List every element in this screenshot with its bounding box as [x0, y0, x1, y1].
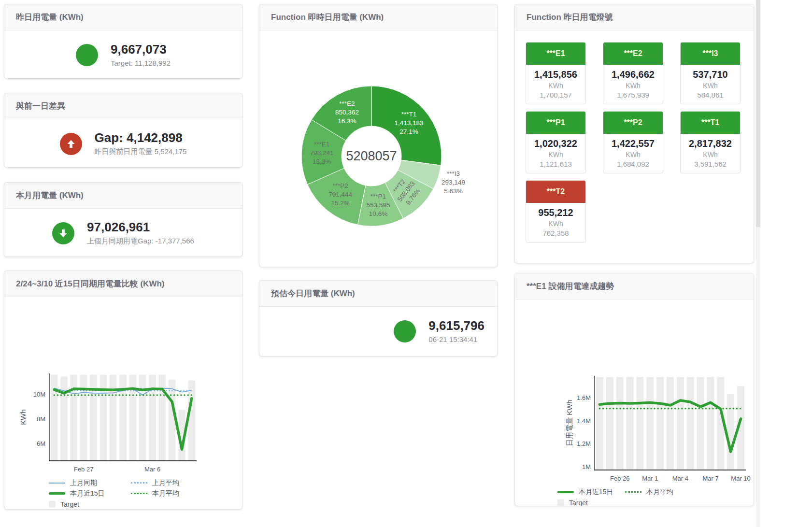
legend-item-prev-month-avg[interactable]: 上月平均 [131, 479, 242, 487]
green-status-circle-icon [394, 320, 416, 342]
light-tile-p2-target: 1,684,092 [603, 160, 663, 168]
light-tile-e2-unit: KWh [603, 82, 663, 89]
light-tile-i3: ***I3537,710KWh584,861 [680, 42, 741, 104]
lights-tile-grid: ***E11,415,856KWh1,700,157***E21,496,662… [515, 30, 754, 254]
month-usage-gap: 上個月同期用電Gap: -17,377,566 [87, 237, 194, 246]
light-tile-t2: ***T2955,212KWh762,358 [526, 180, 586, 242]
legend-item-prev-month-period[interactable]: 上月同期 [49, 479, 131, 487]
light-tile-e2: ***E21,496,662KWh1,675,939 [603, 42, 663, 104]
light-tile-p1-value: 1,020,322 [526, 138, 585, 149]
e1-trend-chart[interactable]: 1M1.2M1.4M1.6MFeb 26Mar 1Mar 4Mar 7Mar 1… [515, 372, 752, 484]
light-tile-t2-target: 762,358 [526, 229, 585, 237]
svg-text:Mar 6: Mar 6 [144, 466, 160, 473]
legend-item-target[interactable]: Target [49, 500, 131, 508]
red-arrow-up-icon [60, 133, 82, 155]
energy-dashboard: 昨日用電量 (KWh) 9,667,073 Target: 11,128,992… [0, 0, 812, 527]
card-yesterday-usage-body: 9,667,073 Target: 11,128,992 [4, 30, 242, 79]
card-yesterday-usage-title: 昨日用電量 (KWh) [4, 4, 242, 30]
svg-text:798,241: 798,241 [310, 149, 334, 157]
card-estimate-today-body: 9,615,796 06-21 15:34:41 [259, 307, 497, 356]
light-tile-t1-target: 3,591,562 [681, 160, 740, 168]
card-compare-chart-title: 2/24~3/10 近15日同期用電量比較 (KWh) [4, 271, 242, 297]
legend-label-this-month-15d: 本月近15日 [579, 488, 613, 497]
card-realtime-donut-title: Function 即時日用電量 (KWh) [259, 4, 497, 30]
card-realtime-donut: Function 即時日用電量 (KWh) ***T11,413,18327.1… [259, 4, 498, 267]
svg-text:27.1%: 27.1% [399, 128, 418, 135]
green-status-circle-icon [76, 44, 98, 66]
scrollbar-track[interactable] [756, 0, 760, 527]
svg-text:5.63%: 5.63% [444, 187, 462, 195]
svg-text:6M: 6M [37, 440, 45, 447]
yesterday-usage-value: 9,667,073 [111, 43, 171, 57]
card-yesterday-usage: 昨日用電量 (KWh) 9,667,073 Target: 11,128,992 [4, 4, 242, 79]
card-month-usage-title: 本月用電量 (KWh) [4, 183, 242, 209]
legend-item-this-month-15d[interactable]: 本月近15日 [557, 488, 625, 497]
light-tile-i3-target: 584,861 [681, 91, 740, 99]
legend-label-target: Target [60, 500, 79, 508]
light-tile-e1-unit: KWh [526, 82, 585, 89]
light-tile-e1: ***E11,415,856KWh1,700,157 [526, 42, 586, 104]
legend-item-this-month-15d[interactable]: 本月近15日 [49, 489, 131, 498]
legend-swatch-prev-month-avg [131, 482, 147, 484]
estimate-today-timestamp: 06-21 15:34:41 [428, 335, 484, 343]
month-usage-value: 97,026,961 [87, 220, 194, 234]
legend-label-prev-month-avg: 上月平均 [152, 479, 179, 487]
legend-swatch-target [557, 499, 564, 506]
estimate-today-value: 9,615,796 [428, 319, 484, 333]
svg-text:10.6%: 10.6% [369, 210, 387, 217]
svg-text:1.2M: 1.2M [577, 440, 591, 447]
legend-swatch-this-month-15d [557, 491, 574, 493]
card-e1-trend-title: ***E1 設備用電達成趨勢 [515, 273, 754, 299]
svg-text:15.3%: 15.3% [313, 158, 331, 165]
svg-text:15.2%: 15.2% [331, 199, 349, 207]
light-tile-t2-name: ***T2 [526, 181, 585, 203]
light-tile-e1-value: 1,415,856 [526, 69, 585, 80]
legend-item-target[interactable]: Target [557, 499, 625, 507]
svg-text:791,444: 791,444 [328, 191, 352, 198]
card-estimate-today: 預估今日用電量 (KWh) 9,615,796 06-21 15:34:41 [259, 280, 498, 356]
scrollbar-thumb[interactable] [756, 0, 760, 227]
card-estimate-today-title: 預估今日用電量 (KWh) [259, 281, 497, 307]
card-month-usage: 本月用電量 (KWh) 97,026,961 上個月同期用電Gap: -17,3… [4, 182, 242, 257]
light-tile-p2: ***P21,422,557KWh1,684,092 [603, 111, 663, 173]
svg-text:553,595: 553,595 [367, 201, 390, 209]
light-tile-i3-value: 537,710 [681, 69, 740, 80]
svg-text:***E2: ***E2 [339, 100, 355, 107]
legend-swatch-prev-month-period [49, 483, 65, 484]
realtime-usage-donut-chart[interactable]: ***T11,413,18327.1%***I3293,1495.63%***T… [259, 30, 498, 266]
legend-item-this-month-avg[interactable]: 本月平均 [625, 488, 754, 497]
light-tile-p1: ***P11,020,322KWh1,121,613 [526, 111, 586, 173]
light-tile-i3-unit: KWh [681, 82, 740, 89]
svg-text:10M: 10M [33, 391, 45, 398]
svg-text:***P1: ***P1 [370, 193, 386, 200]
svg-text:Mar 1: Mar 1 [642, 475, 658, 482]
svg-text:KWh: KWh [19, 409, 27, 425]
svg-text:***E1: ***E1 [314, 141, 329, 148]
compare-15day-chart[interactable]: 6M8M10MFeb 27Mar 6KWh [7, 370, 239, 475]
light-tile-e1-target: 1,700,157 [526, 91, 585, 99]
light-tile-t1: ***T12,817,832KWh3,591,562 [680, 111, 741, 173]
svg-text:8M: 8M [37, 415, 45, 423]
light-tile-p2-name: ***P2 [603, 112, 663, 134]
light-tile-e2-value: 1,496,662 [603, 69, 663, 80]
svg-text:Feb 27: Feb 27 [74, 466, 93, 473]
svg-text:5208057: 5208057 [346, 149, 397, 163]
light-tile-p2-unit: KWh [603, 151, 663, 158]
svg-text:***P2: ***P2 [332, 182, 348, 189]
card-yesterday-lights: Function 昨日用電燈號 ***E11,415,856KWh1,700,1… [514, 4, 754, 263]
legend-swatch-target [49, 501, 56, 508]
light-tile-p1-unit: KWh [526, 151, 585, 158]
light-tile-e2-target: 1,675,939 [603, 91, 663, 99]
svg-text:***I3: ***I3 [447, 170, 460, 177]
compare-chart-legend: 上月同期上月平均本月近15日本月平均Target [49, 478, 242, 509]
card-month-usage-body: 97,026,961 上個月同期用電Gap: -17,377,566 [4, 209, 242, 257]
legend-swatch-this-month-avg [625, 491, 641, 493]
legend-swatch-this-month-15d [49, 492, 65, 495]
svg-text:Feb 26: Feb 26 [610, 475, 629, 482]
card-e1-trend: ***E1 設備用電達成趨勢 1M1.2M1.4M1.6MFeb 26Mar 1… [514, 273, 754, 506]
svg-text:1,413,183: 1,413,183 [394, 119, 423, 127]
light-tile-p1-name: ***P1 [526, 112, 585, 134]
prev-day-gap-value: Gap: 4,142,898 [95, 131, 187, 145]
svg-text:1M: 1M [582, 463, 591, 470]
legend-item-this-month-avg[interactable]: 本月平均 [131, 489, 242, 498]
